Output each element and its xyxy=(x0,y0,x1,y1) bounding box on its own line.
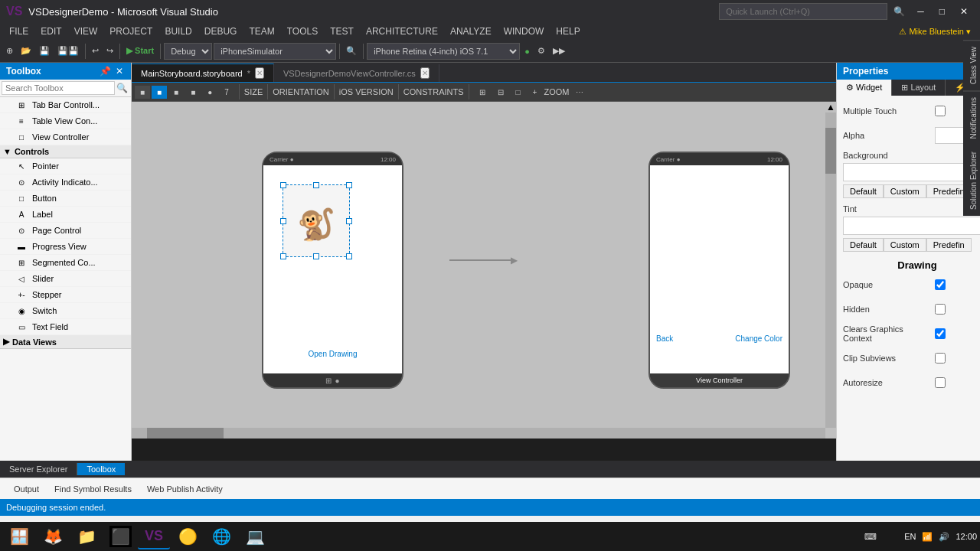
clears-graphics-checkbox[interactable] xyxy=(935,328,946,339)
toolbox-bottom-tab[interactable]: Toolbox xyxy=(77,463,125,475)
toolbox-item-viewcontroller[interactable]: □ View Controller xyxy=(0,129,131,145)
device-more-button[interactable]: ▶▶ xyxy=(550,44,568,57)
tab-viewcontroller[interactable]: VSDesignerDemoViewController.cs ✕ xyxy=(274,64,439,82)
taskbar-stacko-button[interactable]: 🟡 xyxy=(172,523,204,549)
tint-custom-button[interactable]: Custom xyxy=(884,238,926,252)
tab-widget[interactable]: ⚙ Widget xyxy=(837,80,892,96)
canvas-scrollbar-h[interactable] xyxy=(132,428,825,439)
background-default-button[interactable]: Default xyxy=(843,184,884,198)
toolbox-item-segmented[interactable]: ⊞ Segmented Co... xyxy=(0,255,131,271)
canvas-tb-btn2[interactable]: ■ xyxy=(152,86,167,99)
tint-color-box[interactable] xyxy=(843,217,980,235)
monkey-image[interactable]: 🐒 xyxy=(283,184,350,257)
maximize-button[interactable]: □ xyxy=(933,5,951,18)
minimize-button[interactable]: ─ xyxy=(911,5,930,18)
save-button[interactable]: 💾 xyxy=(36,44,53,57)
new-project-button[interactable]: ⊕ xyxy=(3,44,16,57)
close-button[interactable]: ✕ xyxy=(954,5,974,18)
canvas-tb-btn1[interactable]: ■ xyxy=(135,86,150,99)
toolbox-search-input[interactable] xyxy=(2,81,115,95)
hidden-checkbox[interactable] xyxy=(935,304,946,315)
open-button[interactable]: 📂 xyxy=(18,44,34,57)
toolbox-item-pagecontrol[interactable]: ⊙ Page Control xyxy=(0,223,131,239)
toolbox-item-activity[interactable]: ⊙ Activity Indicato... xyxy=(0,174,131,191)
toolbox-item-label[interactable]: A Label xyxy=(0,207,131,223)
taskbar-vs-button[interactable]: VS xyxy=(138,523,170,549)
toolbox-category-dataviews[interactable]: ▶ Data Views xyxy=(0,335,131,349)
zoom-button[interactable]: + xyxy=(528,86,543,99)
zoom-more-button[interactable]: ⋯ xyxy=(570,86,589,99)
save-all-button[interactable]: 💾💾 xyxy=(54,44,82,57)
open-drawing-button[interactable]: Open Drawing xyxy=(263,350,402,358)
canvas-scrollbar-v[interactable] xyxy=(825,112,836,428)
taskbar-explorer-button[interactable]: 📁 xyxy=(70,523,103,549)
opaque-checkbox[interactable] xyxy=(935,279,946,290)
device-dropdown[interactable]: iPhone Retina (4-inch) iOS 7.1 xyxy=(367,43,520,60)
multiple-touch-checkbox[interactable] xyxy=(935,106,946,116)
solution-explorer-tab[interactable]: Solution Explorer xyxy=(963,145,980,216)
menu-project[interactable]: PROJECT xyxy=(103,24,158,38)
tab-layout[interactable]: ⊞ Layout xyxy=(892,80,946,96)
canvas-tb-btn3[interactable]: ■ xyxy=(168,86,184,99)
background-custom-button[interactable]: Custom xyxy=(884,184,926,198)
menu-help[interactable]: HELP xyxy=(550,24,586,38)
toolbox-item-tabbar[interactable]: ⊞ Tab Bar Controll... xyxy=(0,97,131,113)
toolbox-category-controls[interactable]: ▼ Controls xyxy=(0,145,131,158)
background-color-box[interactable] xyxy=(843,163,980,181)
canvas-tb-btn5[interactable]: ● xyxy=(202,86,217,99)
menu-view[interactable]: VIEW xyxy=(68,24,104,38)
start-button[interactable]: ▶ Start xyxy=(123,44,157,57)
toolbox-item-pointer[interactable]: ↖ Pointer xyxy=(0,158,131,174)
simulator-dropdown[interactable]: iPhoneSimulator xyxy=(214,43,336,60)
scroll-up-button[interactable]: ▲ xyxy=(825,102,836,112)
taskbar-terminal-button[interactable]: ⬛ xyxy=(104,523,136,549)
toolbox-pin-button[interactable]: 📌 xyxy=(98,66,113,77)
device-settings-button[interactable]: ⚙ xyxy=(534,44,548,57)
toolbox-item-tableview[interactable]: ≡ Table View Con... xyxy=(0,113,131,129)
tab-storyboard[interactable]: MainStoryboard.storyboard * ✕ xyxy=(132,64,274,82)
menu-tools[interactable]: TOOLS xyxy=(281,24,324,38)
autoresize-checkbox[interactable] xyxy=(935,377,946,388)
menu-edit[interactable]: EDIT xyxy=(34,24,67,38)
toolbox-item-stepper[interactable]: +- Stepper xyxy=(0,287,131,303)
tab-storyboard-close[interactable]: ✕ xyxy=(255,67,264,79)
notifications-tab[interactable]: Notifications xyxy=(963,96,980,145)
zoom-fit-button[interactable]: ⊞ xyxy=(474,86,491,99)
device-run-button[interactable]: ● xyxy=(521,45,533,57)
menu-architecture[interactable]: ARCHITECTURE xyxy=(360,24,444,38)
menu-window[interactable]: WINDOW xyxy=(498,24,550,38)
canvas-tb-btn4[interactable]: ■ xyxy=(185,86,201,99)
taskbar-firefox-button[interactable]: 🦊 xyxy=(37,523,69,549)
taskbar-network-button[interactable]: 🌐 xyxy=(205,523,237,549)
menu-build[interactable]: BUILD xyxy=(158,24,198,38)
clip-subviews-checkbox[interactable] xyxy=(935,353,946,364)
toolbox-item-textfield[interactable]: ▭ Text Field xyxy=(0,319,131,335)
toolbox-close-button[interactable]: ✕ xyxy=(114,66,125,77)
output-tab-find-results[interactable]: Find Symbol Results xyxy=(47,481,139,497)
back-button[interactable]: Back xyxy=(656,334,673,343)
tint-default-button[interactable]: Default xyxy=(843,238,884,252)
server-explorer-tab[interactable]: Server Explorer xyxy=(0,463,77,475)
zoom-out-button[interactable]: □ xyxy=(511,86,526,99)
menu-debug[interactable]: DEBUG xyxy=(198,24,243,38)
toolbox-item-progressview[interactable]: ▬ Progress View xyxy=(0,239,131,255)
tab-viewcontroller-close[interactable]: ✕ xyxy=(420,67,430,79)
menu-team[interactable]: TEAM xyxy=(243,24,280,38)
menu-file[interactable]: FILE xyxy=(3,24,34,38)
toolbox-item-slider[interactable]: ◁ Slider xyxy=(0,271,131,287)
output-tab-web-publish[interactable]: Web Publish Activity xyxy=(139,481,230,497)
menu-test[interactable]: TEST xyxy=(324,24,360,38)
search-button[interactable]: 🔍 xyxy=(343,44,360,57)
change-color-button[interactable]: Change Color xyxy=(735,334,782,343)
taskbar-device-button[interactable]: 💻 xyxy=(239,523,271,549)
canvas-tb-btn6[interactable]: 7 xyxy=(219,86,234,99)
taskbar-start-button[interactable]: 🪟 xyxy=(3,523,35,549)
tint-predefin-button[interactable]: Predefin xyxy=(926,238,972,252)
toolbox-item-switch[interactable]: ◉ Switch xyxy=(0,303,131,319)
undo-button[interactable]: ↩ xyxy=(89,44,102,57)
redo-button[interactable]: ↪ xyxy=(103,44,116,57)
toolbox-item-button[interactable]: □ Button xyxy=(0,191,131,207)
quick-launch-input[interactable] xyxy=(719,3,887,20)
menu-analyze[interactable]: ANALYZE xyxy=(444,24,498,38)
output-tab-output[interactable]: Output xyxy=(6,481,47,497)
